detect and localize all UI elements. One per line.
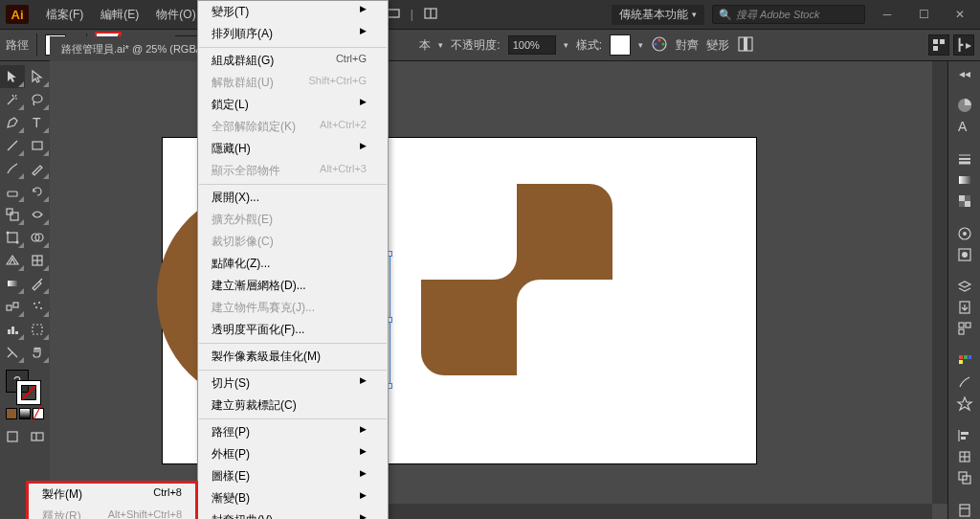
libraries-panel-icon[interactable] (951, 502, 978, 519)
stroke-panel-icon[interactable] (951, 150, 978, 168)
workspace-switcher[interactable]: 傳統基本功能▾ (612, 5, 704, 25)
shape-brown-compound[interactable] (421, 184, 612, 375)
menu-item[interactable]: 組成群組(G)Ctrl+G (198, 50, 388, 72)
menu-item[interactable]: 外框(P)▶ (198, 443, 388, 465)
brushes-panel-icon[interactable] (951, 373, 978, 391)
mesh-tool[interactable] (25, 249, 50, 272)
menu-item[interactable]: 變形(T)▶ (198, 1, 388, 23)
screen-mode-normal[interactable] (0, 425, 25, 448)
menu-item[interactable]: 漸變(B)▶ (198, 487, 388, 509)
pen-tool[interactable] (0, 111, 25, 134)
opacity-input[interactable]: 100% (508, 35, 556, 55)
style-swatch[interactable] (610, 34, 631, 56)
canvas-area[interactable]: 25% (50, 61, 947, 519)
rectangle-tool[interactable] (25, 134, 50, 157)
menu-item[interactable]: 建立剪裁標記(C) (198, 395, 388, 417)
paintbrush-tool[interactable] (0, 157, 25, 180)
menu-item[interactable]: 透明度平面化(F)... (198, 319, 388, 341)
fill-stroke-control[interactable]: ? (0, 368, 50, 406)
asset-export-panel-icon[interactable] (951, 299, 978, 316)
basic-label[interactable]: 本 (419, 37, 431, 54)
arrange-icon[interactable] (423, 6, 438, 24)
pathfinder-panel-icon[interactable] (951, 469, 978, 486)
perspective-tool[interactable] (0, 249, 25, 272)
object-menu-dropdown: 變形(T)▶排列順序(A)▶組成群組(G)Ctrl+G解散群組(U)Shift+… (197, 0, 389, 519)
close-icon[interactable]: ✕ (946, 5, 974, 24)
menu-item[interactable]: 隱藏(H)▶ (198, 138, 388, 160)
svg-rect-29 (13, 303, 18, 307)
menu-object[interactable]: 物件(O) (148, 3, 203, 27)
options-menu-icon[interactable]: ┣ ▸ (953, 34, 974, 56)
hand-tool[interactable] (25, 341, 50, 364)
menu-item[interactable]: 點陣化(Z)... (198, 253, 388, 275)
eraser-tool[interactable] (0, 180, 25, 203)
gradient-tool[interactable] (0, 272, 25, 295)
swatches-panel-icon[interactable] (951, 352, 978, 370)
main-area: 路徑管理員.ai* @ 25% (RGB/ T (0, 61, 980, 519)
rotate-tool[interactable] (25, 180, 50, 203)
scale-tool[interactable] (0, 203, 25, 226)
svg-text:T: T (33, 115, 41, 130)
artboards-panel-icon[interactable] (951, 320, 978, 337)
scrollbar-vertical[interactable] (932, 61, 947, 504)
menu-edit[interactable]: 編輯(E) (93, 3, 146, 27)
type-tool[interactable]: T (25, 111, 50, 134)
color-mode-gradient[interactable] (19, 408, 31, 419)
color-mode-none[interactable]: ╱ (33, 408, 44, 419)
shape-builder-tool[interactable] (25, 226, 50, 249)
menu-item[interactable]: 排列順序(A)▶ (198, 23, 388, 45)
svg-point-54 (962, 252, 968, 258)
appearance-panel-icon[interactable] (951, 225, 978, 242)
recolor-icon[interactable] (651, 35, 668, 56)
menu-item[interactable]: 建立漸層網格(D)... (198, 275, 388, 297)
transparency-panel-icon[interactable] (951, 192, 978, 210)
column-graph-tool[interactable] (0, 318, 25, 341)
svg-point-21 (16, 241, 19, 244)
menu-item[interactable]: 圖樣(E)▶ (198, 465, 388, 487)
compound-path-submenu: 製作(M)Ctrl+8釋放(R)Alt+Shift+Ctrl+8 (26, 481, 198, 519)
direct-selection-tool[interactable] (25, 65, 50, 88)
stock-search[interactable]: 🔍 搜尋 Adobe Stock (712, 5, 865, 24)
symbols-panel-icon[interactable] (951, 395, 978, 412)
width-tool[interactable] (25, 203, 50, 226)
transform-label[interactable]: 變形 (706, 37, 729, 54)
gradient-panel-icon[interactable] (951, 171, 978, 189)
layers-panel-icon[interactable] (951, 278, 978, 295)
menu-item[interactable]: 切片(S)▶ (198, 372, 388, 395)
color-mode-solid[interactable] (6, 408, 17, 419)
expand-panels-icon[interactable]: ◂◂ (951, 65, 978, 81)
line-tool[interactable] (0, 134, 25, 157)
symbol-sprayer-tool[interactable] (25, 295, 50, 318)
screen-mode-toggle[interactable] (25, 425, 50, 448)
graphic-styles-panel-icon[interactable] (951, 246, 978, 263)
blend-tool[interactable] (0, 295, 25, 318)
menu-item[interactable]: 路徑(P)▶ (198, 421, 388, 443)
menu-item[interactable]: 製作像素級最佳化(M) (198, 346, 388, 368)
minimize-icon[interactable]: ─ (873, 5, 902, 24)
isolate-icon[interactable] (737, 35, 754, 56)
menu-bar: 檔案(F) 編輯(E) 物件(O) (38, 3, 204, 27)
eyedropper-tool[interactable] (25, 272, 50, 295)
document-tab[interactable]: 路徑管理員.ai* @ 25% (RGB/ (50, 36, 211, 61)
lasso-tool[interactable] (25, 88, 50, 111)
title-bar: Ai 檔案(F) 編輯(E) 物件(O) 說明(H) | 傳統基本功能▾ 🔍 搜… (0, 0, 980, 29)
menu-item[interactable]: 展開(X)... (198, 187, 388, 209)
align-pixel-grid[interactable] (928, 34, 949, 56)
color-panel-icon[interactable] (951, 97, 978, 114)
align-panel-icon[interactable] (951, 427, 978, 444)
submenu-item[interactable]: 製作(M)Ctrl+8 (29, 484, 195, 506)
menu-file[interactable]: 檔案(F) (38, 3, 91, 27)
free-transform-tool[interactable] (0, 226, 25, 249)
magic-wand-tool[interactable] (0, 88, 25, 111)
menu-item[interactable]: 封套扭曲(V)▶ (198, 509, 388, 519)
maximize-icon[interactable]: ☐ (909, 5, 938, 24)
selection-tool[interactable] (0, 65, 25, 88)
align-label[interactable]: 對齊 (676, 37, 699, 54)
slice-tool[interactable] (0, 341, 25, 364)
type-panel-icon[interactable]: A (951, 118, 978, 135)
svg-point-20 (7, 232, 10, 235)
artboard-tool[interactable] (25, 318, 50, 341)
transform-panel-icon[interactable] (951, 448, 978, 465)
pencil-tool[interactable] (25, 157, 50, 180)
menu-item[interactable]: 鎖定(L)▶ (198, 94, 388, 116)
